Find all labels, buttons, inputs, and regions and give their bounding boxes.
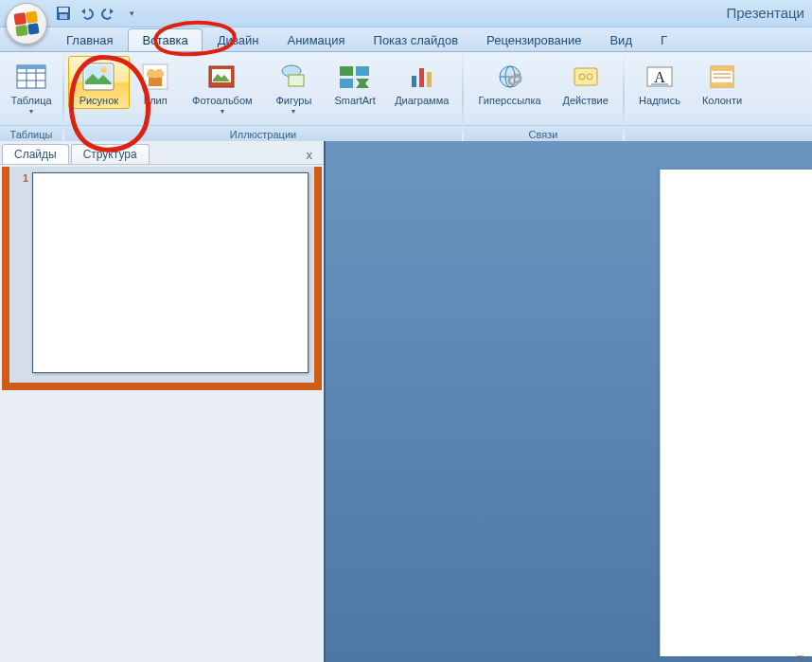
group-links: Гиперссылка Действие Связи [464, 52, 623, 143]
tab-review[interactable]: Рецензирование [473, 29, 594, 51]
smartart-icon [339, 61, 371, 93]
svg-rect-36 [711, 66, 733, 71]
action-icon [570, 61, 602, 93]
smartart-button[interactable]: SmartArt [325, 56, 386, 109]
photoalbum-button[interactable]: Фотоальбом ▾ [182, 56, 263, 118]
photoalbum-icon [206, 61, 238, 93]
chart-button[interactable]: Диаграмма [386, 56, 459, 109]
tab-view[interactable]: Вид [596, 29, 645, 51]
picture-button[interactable]: Рисунок [68, 56, 130, 109]
svg-rect-37 [711, 82, 733, 87]
title-bar: ▾ Презентаци [0, 0, 812, 27]
watermark: grodite.livemaster.ru [792, 654, 806, 662]
office-button[interactable] [6, 3, 47, 45]
ribbon: Таблица ▾ Таблицы Рисунок Кл [0, 52, 812, 144]
action-button[interactable]: Действие [552, 56, 619, 109]
svg-rect-8 [17, 65, 45, 69]
group-illustrations: Рисунок Клип Фотоальбом ▾ [64, 52, 462, 143]
textbox-icon: A [644, 61, 676, 93]
svg-point-11 [101, 67, 107, 73]
svg-rect-23 [412, 76, 416, 87]
tab-home[interactable]: Главная [53, 29, 126, 51]
slide-canvas[interactable] [660, 170, 812, 656]
tab-slideshow[interactable]: Показ слайдов [361, 29, 472, 51]
workspace: Слайды Структура x 1 [0, 141, 812, 662]
window-title: Презентаци [727, 5, 805, 21]
svg-rect-2 [60, 14, 67, 19]
svg-rect-15 [149, 78, 162, 86]
tab-extra[interactable]: Г [647, 29, 680, 51]
tab-design[interactable]: Дизайн [204, 29, 273, 51]
textbox-button[interactable]: A Надпись [628, 56, 691, 109]
shapes-button[interactable]: Фигуры ▾ [263, 56, 325, 118]
hyperlink-button[interactable]: Гиперссылка [468, 56, 552, 109]
undo-icon[interactable] [78, 5, 95, 22]
group-text: A Надпись Колонти [625, 52, 812, 143]
redo-icon[interactable] [100, 5, 117, 22]
svg-rect-25 [427, 72, 432, 87]
clipart-icon [139, 61, 171, 93]
slides-pane: Слайды Структура x 1 [0, 141, 326, 662]
svg-point-14 [154, 69, 164, 79]
tab-insert[interactable]: Вставка [128, 28, 202, 51]
chart-icon [406, 61, 438, 93]
ribbon-tabs: Главная Вставка Дизайн Анимация Показ сл… [0, 27, 812, 52]
pane-tab-outline[interactable]: Структура [71, 144, 150, 164]
group-tables: Таблица ▾ Таблицы [0, 52, 62, 143]
svg-rect-1 [59, 8, 68, 12]
headerfooter-button[interactable]: Колонти [691, 56, 753, 109]
picture-icon [82, 61, 115, 93]
shapes-icon [277, 61, 309, 93]
slide-thumbnail[interactable] [32, 172, 309, 373]
pane-close-button[interactable]: x [303, 146, 317, 164]
slide-number: 1 [15, 172, 28, 184]
svg-rect-19 [289, 75, 304, 86]
table-button[interactable]: Таблица ▾ [4, 56, 59, 118]
tab-animation[interactable]: Анимация [274, 29, 359, 51]
svg-rect-22 [340, 79, 353, 88]
svg-rect-24 [419, 68, 424, 87]
svg-rect-20 [340, 66, 353, 76]
clipart-button[interactable]: Клип [130, 56, 182, 109]
dropdown-icon: ▾ [221, 107, 224, 116]
svg-text:A: A [654, 69, 665, 85]
dropdown-icon: ▾ [291, 107, 295, 116]
dropdown-icon: ▾ [29, 107, 33, 116]
thumbnail-tray: 1 [2, 167, 322, 390]
pane-tab-slides[interactable]: Слайды [2, 144, 69, 164]
pane-tabs: Слайды Структура x [0, 141, 324, 165]
headerfooter-icon [706, 61, 738, 93]
qat-customize-icon[interactable]: ▾ [123, 5, 140, 22]
hyperlink-icon [494, 61, 526, 93]
svg-rect-21 [356, 66, 369, 76]
svg-rect-29 [574, 68, 597, 85]
powerpoint-window: ▾ Презентаци Главная Вставка Дизайн Аним… [0, 0, 812, 662]
save-icon[interactable] [55, 5, 72, 22]
table-icon [15, 61, 47, 93]
